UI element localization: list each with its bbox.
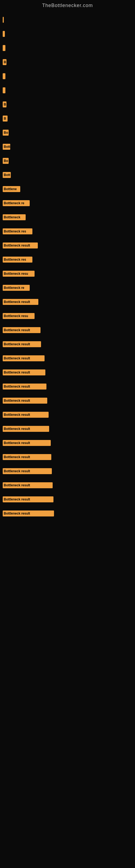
bar-label: Bo [3, 159, 9, 162]
bar-row: Bottleneck result [3, 510, 132, 517]
bar-block: Bo [3, 158, 9, 164]
bar-label: B [3, 117, 7, 120]
bar-row [3, 45, 132, 51]
bar-row: B [3, 101, 132, 108]
bar-block: Bottleneck result [3, 482, 53, 488]
bar-block: Bottleneck result [3, 468, 52, 474]
bar-row: Bottleneck result [3, 426, 132, 432]
bar-label: Bottleneck result [3, 385, 31, 388]
bar-row: Bottleneck result [3, 341, 132, 347]
bar-block: B [3, 116, 8, 122]
bar-label: Bottlene [3, 187, 18, 191]
bar-row: B [3, 59, 132, 65]
bar-label: Bottleneck result [3, 413, 31, 416]
bar-label: B [3, 103, 7, 106]
bar-row: Bottleneck result [3, 397, 132, 404]
bar-block: Bottleneck result [3, 341, 41, 347]
bar-block: Bottleneck result [3, 454, 51, 460]
bar-label: Bott [3, 173, 11, 177]
bar-block: B [3, 59, 6, 65]
bar-label: Bottleneck result [3, 498, 31, 501]
bar-label: Bottleneck result [3, 300, 31, 304]
bar-label: Bottleneck resu [3, 314, 29, 318]
site-title: TheBottlenecker.com [0, 0, 135, 14]
bar-block: Bottlene [3, 186, 20, 192]
bar-label: B [3, 61, 7, 64]
bar-label: Bottleneck result [3, 329, 31, 332]
bar-row: Bottleneck result [3, 440, 132, 446]
bar-block: Bottleneck result [3, 243, 38, 248]
bar-row: Bottleneck resu [3, 313, 132, 319]
bar-label: Bottleneck result [3, 456, 31, 459]
bar-block [3, 17, 4, 23]
bar-label: Bottleneck result [3, 371, 31, 374]
bar-label: Bottleneck result [3, 469, 31, 473]
bar-row [3, 87, 132, 94]
bar-label: Bottleneck resu [3, 272, 29, 275]
bar-row: Bottleneck result [3, 355, 132, 362]
bar-block [3, 87, 5, 93]
bar-row: Bottleneck result [3, 327, 132, 333]
bar-row [3, 31, 132, 37]
bar-row: Bottleneck result [3, 242, 132, 249]
bar-row: Bottlene [3, 186, 132, 192]
bar-block [3, 73, 5, 79]
bar-label: Bottleneck result [3, 512, 31, 515]
bar-row: Bottleneck result [3, 454, 132, 460]
bar-row: Bottleneck [3, 214, 132, 220]
bar-block: Bottleneck re [3, 200, 30, 206]
bar-row [3, 73, 132, 80]
bar-block: Bottleneck re [3, 285, 30, 291]
bar-row: Bottleneck resu [3, 271, 132, 277]
bar-row: Bottleneck res [3, 228, 132, 235]
bar-label: Bott [3, 145, 11, 148]
bar-label: Bottleneck result [3, 244, 31, 247]
bar-row [3, 17, 132, 23]
bar-row: Bottleneck result [3, 468, 132, 474]
bar-block: Bott [3, 144, 10, 150]
bar-row: Bottleneck result [3, 299, 132, 305]
bar-row: Bott [3, 172, 132, 178]
bar-row: Bottleneck result [3, 411, 132, 418]
bar-label: Bottleneck result [3, 427, 31, 431]
bar-block: Bottleneck result [3, 496, 53, 502]
bar-label: Bo [3, 131, 9, 134]
bar-row: Bottleneck re [3, 200, 132, 207]
bar-block: Bottleneck result [3, 510, 54, 517]
bar-row: B [3, 115, 132, 122]
bar-row: Bottleneck result [3, 369, 132, 376]
bar-block: Bottleneck result [3, 327, 41, 333]
bar-block [3, 45, 5, 51]
bar-row: Bott [3, 144, 132, 150]
bar-label: Bottleneck re [3, 286, 26, 289]
bar-label: Bottleneck re [3, 202, 26, 205]
bar-row: Bo [3, 129, 132, 136]
bar-block: Bottleneck res [3, 257, 32, 262]
bar-block: Bottleneck result [3, 383, 46, 390]
bar-row: Bottleneck result [3, 496, 132, 503]
bar-block: Bottleneck res [3, 228, 32, 235]
chart-area: BBBBoBottBoBottBottleneBottleneck reBott… [0, 14, 135, 527]
bar-label: Bottleneck res [3, 258, 27, 261]
bar-block: Bott [3, 172, 11, 178]
bar-block: Bottleneck [3, 214, 26, 220]
bar-block: Bottleneck resu [3, 271, 35, 277]
bar-block: B [3, 101, 6, 107]
bar-label: Bottleneck res [3, 230, 27, 233]
bar-row: Bottleneck res [3, 256, 132, 263]
bar-row: Bo [3, 158, 132, 164]
bar-block: Bottleneck result [3, 412, 49, 418]
bar-block: Bottleneck result [3, 398, 47, 404]
bar-block: Bottleneck result [3, 369, 45, 375]
bar-block [3, 31, 5, 37]
bar-row: Bottleneck result [3, 383, 132, 390]
bar-block: Bottleneck resu [3, 313, 35, 319]
bar-label: Bottleneck result [3, 441, 31, 444]
bar-label: Bottleneck result [3, 343, 31, 346]
bar-label: Bottleneck result [3, 484, 31, 487]
bar-label: Bottleneck [3, 216, 21, 219]
bar-block: Bottleneck result [3, 299, 38, 305]
bar-block: Bottleneck result [3, 426, 49, 432]
bar-row: Bottleneck result [3, 482, 132, 489]
bar-block: Bottleneck result [3, 440, 51, 446]
